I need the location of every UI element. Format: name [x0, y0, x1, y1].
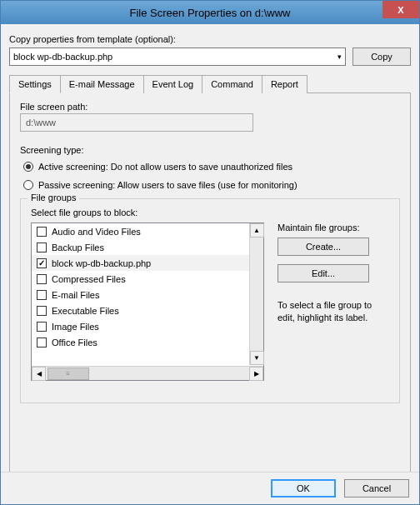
file-groups-groupbox: File groups Select file groups to block:… — [20, 198, 400, 403]
dialog-window: File Screen Properties on d:\www X Copy … — [0, 0, 420, 505]
list-item[interactable]: Office Files — [32, 334, 263, 350]
maintain-label: Maintain file groups: — [278, 222, 389, 232]
tab-event-log[interactable]: Event Log — [143, 75, 203, 93]
list-item-label: Audio and Video Files — [52, 227, 141, 237]
scroll-left-icon[interactable]: ◀ — [32, 367, 46, 381]
edit-button[interactable]: Edit... — [278, 264, 369, 282]
checkbox-icon[interactable] — [37, 306, 47, 316]
tab-email-message[interactable]: E-mail Message — [60, 75, 144, 93]
list-item[interactable]: Backup Files — [32, 239, 263, 255]
radio-icon — [23, 162, 33, 172]
copy-button[interactable]: Copy — [352, 48, 411, 66]
checkbox-icon[interactable] — [37, 290, 47, 300]
checkbox-icon[interactable] — [37, 258, 47, 268]
checkbox-icon[interactable] — [37, 338, 47, 348]
template-selected-value: block wp-db-backup.php — [13, 52, 112, 62]
scroll-down-icon[interactable]: ▼ — [250, 351, 264, 365]
dialog-content: Copy properties from template (optional)… — [1, 24, 419, 498]
active-screening-label: Active screening: Do not allow users to … — [38, 162, 292, 172]
list-item[interactable]: E-mail Files — [32, 287, 263, 302]
checkbox-icon[interactable] — [37, 242, 47, 252]
close-button[interactable]: X — [382, 1, 419, 18]
file-screen-path-field: d:\www — [20, 113, 253, 132]
file-screen-path-value: d:\www — [26, 118, 56, 128]
vertical-scrollbar[interactable]: ▲ ▼ — [249, 223, 263, 365]
list-item[interactable]: Audio and Video Files — [32, 223, 263, 239]
tab-strip: Settings E-mail Message Event Log Comman… — [9, 74, 411, 93]
tab-settings[interactable]: Settings — [9, 75, 61, 93]
settings-panel: File screen path: d:\www Screening type:… — [9, 93, 411, 492]
checkbox-icon[interactable] — [37, 274, 47, 284]
scroll-right-icon[interactable]: ▶ — [249, 367, 263, 381]
scroll-up-icon[interactable]: ▲ — [250, 223, 264, 238]
list-item-label: block wp-db-backup.php — [52, 258, 151, 268]
edit-hint: To select a file group to edit, highligh… — [278, 299, 389, 324]
active-screening-option[interactable]: Active screening: Do not allow users to … — [23, 162, 400, 172]
path-label: File screen path: — [20, 102, 400, 112]
screening-type-label: Screening type: — [20, 145, 400, 155]
horizontal-scrollbar[interactable]: ◀ ≡ ▶ — [32, 366, 263, 380]
create-button[interactable]: Create... — [278, 238, 369, 256]
titlebar: File Screen Properties on d:\www X — [1, 1, 419, 24]
scroll-thumb[interactable]: ≡ — [48, 368, 89, 380]
file-groups-title: File groups — [28, 192, 79, 202]
cancel-button[interactable]: Cancel — [344, 479, 409, 498]
tab-command[interactable]: Command — [202, 75, 262, 93]
maintain-file-groups-column: Maintain file groups: Create... Edit... … — [278, 222, 389, 381]
chevron-down-icon: ▾ — [338, 52, 342, 61]
checkbox-icon[interactable] — [37, 227, 47, 237]
checkbox-icon[interactable] — [37, 322, 47, 332]
radio-icon — [23, 180, 33, 190]
file-groups-layout: Audio and Video Files Backup Files block… — [31, 222, 389, 381]
dialog-footer: OK Cancel — [1, 472, 419, 504]
list-item[interactable]: block wp-db-backup.php — [32, 255, 263, 271]
close-icon: X — [398, 5, 403, 15]
template-label: Copy properties from template (optional)… — [9, 34, 411, 44]
list-item-label: Image Files — [52, 322, 99, 332]
template-dropdown[interactable]: block wp-db-backup.php ▾ — [9, 48, 346, 66]
ok-button[interactable]: OK — [271, 479, 336, 498]
passive-screening-option[interactable]: Passive screening: Allow users to save f… — [23, 180, 400, 190]
file-groups-listbox[interactable]: Audio and Video Files Backup Files block… — [31, 222, 264, 381]
list-item-label: Office Files — [52, 338, 98, 348]
list-item-label: E-mail Files — [52, 290, 99, 300]
tab-report[interactable]: Report — [262, 75, 308, 93]
select-file-groups-label: Select file groups to block: — [31, 208, 389, 218]
list-item[interactable]: Compressed Files — [32, 271, 263, 287]
passive-screening-label: Passive screening: Allow users to save f… — [38, 180, 298, 190]
list-item-label: Executable Files — [52, 306, 119, 316]
list-item-label: Backup Files — [52, 242, 104, 252]
list-item[interactable]: Image Files — [32, 318, 263, 334]
list-item[interactable]: Executable Files — [32, 302, 263, 318]
file-groups-list: Audio and Video Files Backup Files block… — [32, 223, 263, 380]
list-item-label: Compressed Files — [52, 274, 126, 284]
template-row: block wp-db-backup.php ▾ Copy — [9, 48, 411, 66]
window-title: File Screen Properties on d:\www — [130, 7, 291, 19]
